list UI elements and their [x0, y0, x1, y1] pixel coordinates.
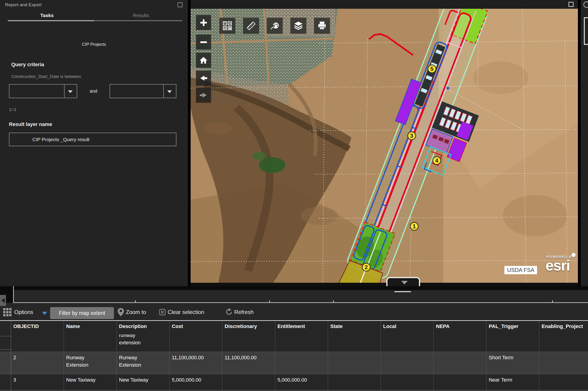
print-button[interactable] — [314, 18, 330, 34]
table-cell — [328, 334, 381, 352]
table-cell: 2 — [11, 352, 64, 374]
date-to-dropdown[interactable] — [110, 84, 176, 98]
column-header-Name[interactable]: Name — [64, 321, 117, 334]
panel-maximize-icon[interactable] — [178, 2, 183, 7]
table-cell: Runway Extension — [117, 352, 169, 374]
tab-active-underline — [8, 20, 94, 21]
result-layer-name-value: CIP Projects _Query result — [9, 133, 176, 146]
column-header-State[interactable]: State — [328, 321, 381, 334]
map-marker-3[interactable]: 3 — [407, 131, 416, 140]
map-header-bar — [191, 0, 578, 9]
table-row[interactable]: 3New TaxiwayNew Taxiway5,000,000.005,000… — [0, 374, 588, 390]
clear-selection-button[interactable]: Clear selection — [168, 309, 204, 315]
table-row[interactable]: 2Runway ExtensionRunway Extension11,100,… — [0, 352, 588, 374]
column-header-Description[interactable]: Description — [117, 321, 169, 334]
previous-extent-button[interactable] — [196, 71, 211, 86]
date-to-dropdown-button[interactable] — [163, 85, 176, 98]
basemap-attribution-badge: USDA FSA — [504, 266, 537, 274]
map-marker-5[interactable]: 5 — [428, 65, 436, 73]
tab-tasks[interactable]: Tasks — [0, 13, 94, 18]
column-header-Cost[interactable]: Cost — [169, 321, 222, 334]
row-selector-gutter[interactable] — [0, 352, 11, 374]
basemap-gallery-button[interactable] — [219, 18, 235, 34]
plus-icon — [199, 18, 208, 27]
layers-button[interactable] — [290, 18, 306, 34]
palette-icon — [270, 21, 280, 31]
table-scroll-left-button[interactable] — [0, 295, 6, 306]
widget-icon-partial — [584, 1, 588, 8]
table-cell: 11,100,000.00 — [222, 352, 275, 374]
column-header-OBJECTID[interactable]: OBJECTID — [11, 321, 64, 334]
table-cell — [328, 374, 381, 390]
table-header-row: OBJECTIDNameDescriptionCostDiscretionary… — [0, 321, 588, 334]
home-button[interactable] — [196, 53, 211, 68]
map-maximize-icon[interactable] — [569, 2, 574, 7]
chevron-down-icon — [167, 90, 172, 93]
table-row[interactable]: runway extension — [0, 334, 588, 352]
table-cell — [487, 334, 539, 352]
row-selector-gutter[interactable] — [0, 334, 11, 352]
zoom-to-button[interactable]: Zoom to — [126, 309, 146, 315]
query-expression: 1=1 — [9, 107, 16, 112]
arrow-left-icon — [199, 74, 208, 83]
table-cell: runway extension — [117, 334, 169, 352]
table-cell — [275, 352, 328, 374]
column-header-Discretionary[interactable]: Discretionary — [222, 321, 275, 334]
map-marker-1[interactable]: 1 — [410, 222, 419, 231]
next-extent-button[interactable] — [196, 88, 211, 103]
table-cell — [539, 334, 588, 352]
table-cell: Short Term — [487, 352, 539, 374]
query-criteria-heading: Query criteria — [11, 62, 44, 68]
table-cell: 5,000,000.00 — [169, 374, 222, 390]
map-satellite-canvas[interactable] — [191, 9, 578, 283]
table-cell: New Taxiway — [117, 374, 169, 390]
table-grid-icon — [3, 308, 11, 316]
table-cell — [434, 352, 487, 374]
table-cell — [381, 334, 434, 352]
column-header-PAL_Trigger[interactable]: PAL_Trigger — [487, 321, 539, 334]
and-label: and — [81, 84, 106, 98]
column-header-Local[interactable]: Local — [381, 321, 434, 334]
map-marker-4[interactable]: 4 — [433, 156, 441, 165]
panel-title: Report and Export — [5, 2, 42, 7]
divider-tick — [333, 300, 334, 302]
panel-resize-handle[interactable] — [14, 302, 588, 303]
refresh-button[interactable]: Refresh — [234, 309, 254, 315]
column-header-Enabling_Project[interactable]: Enabling_Project — [539, 321, 588, 334]
zoom-out-button[interactable] — [196, 34, 211, 50]
table-row[interactable] — [0, 390, 588, 391]
date-from-dropdown-button[interactable] — [64, 85, 77, 98]
map-table-divider — [0, 286, 588, 290]
map-marker-2[interactable]: 2 — [362, 263, 370, 272]
esri-logo-dot — [572, 253, 576, 257]
chevron-down-icon — [401, 281, 408, 284]
map-panel[interactable]: 53412 USDA FSA POWERED BY esri — [191, 0, 578, 286]
chevron-down-icon — [68, 90, 73, 93]
table-cell: 3 — [11, 374, 64, 390]
filter-by-map-extent-button[interactable]: Filter by map extent — [50, 307, 114, 319]
attribute-table[interactable]: OBJECTIDNameDescriptionCostDiscretionary… — [0, 320, 588, 391]
draw-button[interactable] — [267, 18, 283, 34]
divider-tick — [552, 300, 553, 302]
zoom-in-button[interactable] — [196, 15, 211, 30]
result-layer-heading: Result layer name — [9, 121, 52, 127]
table-cell — [539, 374, 588, 390]
app-window: Report and Export Tasks Results CIP Proj… — [0, 0, 588, 391]
table-cell: Runway Extension — [64, 352, 117, 374]
table-cell — [222, 334, 275, 352]
column-header-Entitlement[interactable]: Entitlement — [275, 321, 328, 334]
refresh-icon — [225, 308, 232, 315]
options-caret-icon[interactable] — [42, 312, 47, 315]
date-from-dropdown[interactable] — [9, 84, 77, 98]
esri-logo: esri — [545, 257, 570, 274]
options-menu[interactable]: Options — [14, 309, 33, 315]
result-layer-name-input[interactable]: CIP Projects _Query result — [9, 133, 176, 146]
measurement-button[interactable] — [243, 18, 259, 34]
row-selector-gutter[interactable] — [0, 374, 11, 390]
printer-icon — [317, 21, 327, 31]
attribute-table-collapse-button[interactable] — [386, 277, 420, 286]
ruler-icon — [246, 21, 256, 31]
column-header-NEPA[interactable]: NEPA — [434, 321, 487, 334]
row-selector-gutter[interactable] — [0, 321, 11, 334]
tab-results[interactable]: Results — [94, 13, 188, 18]
